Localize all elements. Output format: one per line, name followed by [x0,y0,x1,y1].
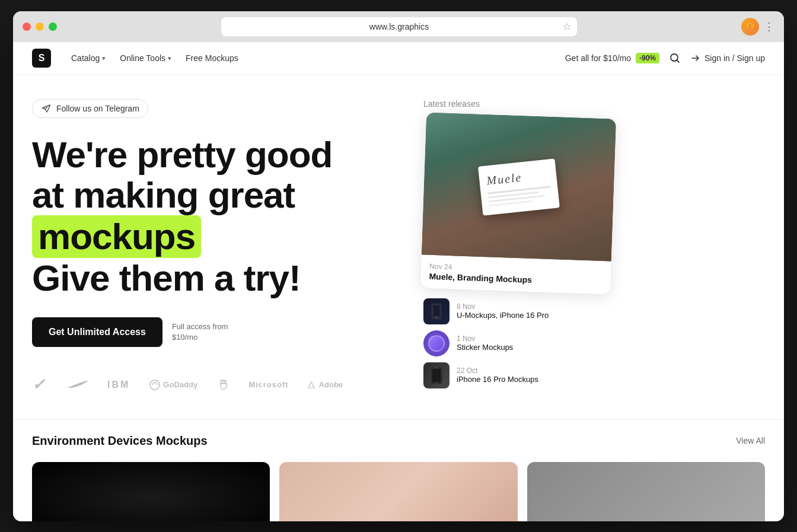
traffic-lights [23,23,57,31]
chevron-down-icon: ▾ [168,55,171,62]
navigation: S Catalog ▾ Online Tools ▾ Free Mockups … [13,42,784,75]
hero-section: Follow us on Telegram We're pretty good … [13,75,784,419]
release-item[interactable]: 22 Oct iPhone 16 Pro Mockups [423,362,613,388]
mockup-thumb-2[interactable] [279,462,517,521]
maximize-button[interactable] [49,23,57,31]
browser-actions: ⋮ [741,18,774,36]
latest-releases-label: Latest releases [423,99,613,109]
hero-headline: We're pretty good at making great mockup… [32,135,400,299]
bottom-section: Environment Devices Mockups View All [13,419,784,462]
url-text: www.ls.graphics [369,22,429,31]
mockup-thumbnails [13,462,784,521]
site-logo[interactable]: S [32,49,51,68]
headline-line3: Give them a try! [32,258,400,298]
nav-catalog[interactable]: Catalog ▾ [65,50,111,66]
telegram-label: Follow us on Telegram [56,104,139,113]
release-item-info: 22 Oct iPhone 16 Pro Mockups [457,367,613,384]
nav-deal[interactable]: Get all for $10/mo -90% [565,53,659,63]
nav-online-tools[interactable]: Online Tools ▾ [114,50,177,66]
address-bar[interactable]: www.ls.graphics ☆ [221,17,577,36]
close-button[interactable] [23,23,31,31]
browser-avatar [741,18,759,36]
godaddy-logo: GoDaddy [149,379,197,391]
svg-point-2 [150,380,160,390]
release-thumb-iphone16 [423,362,449,388]
release-item-title: U-Mockups, iPhone 16 Pro [457,311,613,320]
section-title: Environment Devices Mockups [32,434,208,448]
release-item-date: 1 Nov [457,335,613,343]
discount-badge: -90% [636,53,659,63]
telegram-badge[interactable]: Follow us on Telegram [32,99,148,118]
browser-menu-button[interactable]: ⋮ [764,20,774,33]
signin-button[interactable]: Sign in / Sign up [690,53,765,63]
minimize-button[interactable] [36,23,44,31]
svg-point-8 [436,382,438,384]
hero-left: Follow us on Telegram We're pretty good … [32,99,400,402]
release-item-info: 1 Nov Sticker Mockups [457,335,613,352]
svg-rect-5 [435,317,438,318]
view-all-link[interactable]: View All [736,436,765,445]
release-item[interactable]: 8 Nov U-Mockups, iPhone 16 Pro [423,298,613,324]
highlight-word: mockups [32,215,201,258]
browser-chrome: www.ls.graphics ☆ ⋮ [13,11,784,42]
featured-release-card[interactable]: Muele Nov 24 Muele, Branding Mockups [420,112,616,294]
brand-hand-icon [216,378,229,391]
release-list: 8 Nov U-Mockups, iPhone 16 Pro 1 Nov [423,298,613,388]
release-item-info: 8 Nov U-Mockups, iPhone 16 Pro [457,302,613,320]
nike-logo: ✓ [32,375,46,394]
browser-window: www.ls.graphics ☆ ⋮ S Catalog ▾ [13,11,784,521]
microsoft-logo: Microsoft [248,380,289,389]
release-item-title: Sticker Mockups [457,343,613,352]
nav-right: Get all for $10/mo -90% Sign in / Sign u… [565,52,765,64]
adobe-logo: Adobe [308,380,343,390]
brand-logos: ✓ IBM GoDaddy [32,375,400,394]
bookmark-icon[interactable]: ☆ [563,21,571,32]
headline-line2: at making great mockups [32,175,400,258]
release-thumb-sticker [423,330,449,356]
release-item-date: 22 Oct [457,367,613,375]
svg-rect-7 [432,369,441,382]
website-content: S Catalog ▾ Online Tools ▾ Free Mockups … [13,42,784,521]
ibm-logo: IBM [107,380,130,390]
headline-line1: We're pretty good [32,135,400,175]
svg-point-0 [749,24,752,27]
release-item-date: 8 Nov [457,302,613,311]
release-item-title: iPhone 16 Pro Mockups [457,375,613,384]
get-access-button[interactable]: Get Unlimited Access [32,317,162,347]
featured-release-image: Muele [422,112,616,261]
search-button[interactable] [669,52,681,64]
cta-subtext: Full access from $10/mo [172,321,228,343]
nav-free-mockups[interactable]: Free Mockups [180,50,244,66]
mockup-thumb-3[interactable] [527,462,765,521]
release-thumb-iphone [423,298,449,324]
featured-release-info: Nov 24 Muele, Branding Mockups [420,254,611,294]
svg-rect-9 [434,367,439,368]
nike-swoosh [65,380,88,390]
hero-cta: Get Unlimited Access Full access from $1… [32,317,400,347]
latest-releases-panel: Latest releases Muele [423,99,613,402]
nav-links: Catalog ▾ Online Tools ▾ Free Mockups [65,50,244,66]
mockup-thumb-1[interactable] [32,462,270,521]
chevron-down-icon: ▾ [102,55,106,62]
release-item[interactable]: 1 Nov Sticker Mockups [423,330,613,356]
svg-rect-4 [433,305,439,316]
